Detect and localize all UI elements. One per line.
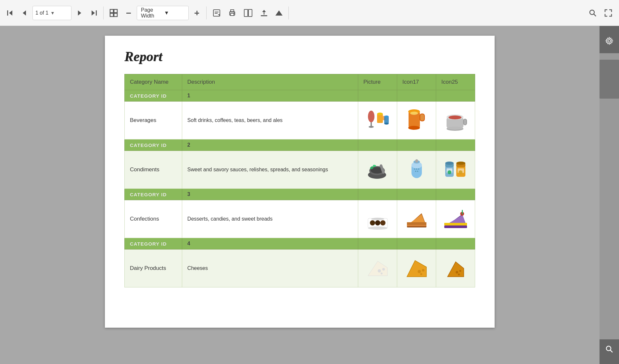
table-header-row: Category Name Description Picture Icon17… [125,74,475,90]
category-id-label-2: CATEGORY ID [125,140,182,151]
col-header-description: Description [182,74,358,90]
report-table: Category Name Description Picture Icon17… [124,74,475,287]
svg-point-36 [384,115,389,117]
svg-rect-7 [114,9,117,13]
confections-picture-icon [365,205,391,231]
fit-page-button[interactable] [107,6,120,20]
main-area: Report Category Name Description Picture… [0,26,619,364]
svg-rect-4 [96,10,97,16]
cat-pic-condiments [358,151,397,189]
cat-icon17-beverages [397,102,436,140]
zoom-selector[interactable]: Page Width ▼ [137,6,189,20]
scrollbar-thumb[interactable] [600,60,619,99]
svg-point-80 [371,218,384,220]
cat-icon17-condiments [397,151,436,189]
category-id-pic-1 [358,90,397,102]
svg-rect-30 [371,122,372,126]
svg-point-63 [415,171,416,172]
beverages-icon25 [443,107,469,133]
svg-rect-32 [377,114,383,123]
svg-point-79 [368,226,387,230]
svg-point-98 [381,273,383,274]
next-page-button[interactable] [73,7,86,19]
svg-point-74 [459,170,462,174]
svg-line-28 [594,14,596,16]
svg-point-107 [459,270,461,272]
svg-point-40 [408,126,420,130]
cat-pic-beverages [358,102,397,140]
category-id-label-1: CATEGORY ID [125,90,182,102]
svg-point-33 [377,113,383,115]
cat-desc-confections: Desserts, candies, and sweet breads [182,200,358,238]
svg-point-108 [458,273,460,275]
cat-icon25-beverages [436,102,475,140]
print-layout-button[interactable] [241,6,255,20]
more-button[interactable] [273,7,285,19]
page-display: 1 of 1 [35,10,48,16]
sidebar-search-button[interactable] [600,339,619,359]
col-header-icon25: Icon25 [436,74,475,90]
separator-1 [103,6,104,19]
cat-name-dairy: Dairy Products [125,249,182,287]
first-page-button[interactable] [4,7,16,19]
svg-rect-25 [261,15,267,16]
zoom-label: Page Width [141,7,161,19]
category-id-icon25-3 [436,189,475,200]
category-id-value-4: 4 [182,238,358,249]
category-id-pic-2 [358,140,397,151]
svg-point-42 [410,112,418,115]
category-id-row-1: CATEGORY ID 1 [125,90,475,102]
category-id-value-1: 1 [182,90,358,102]
category-id-value-2: 2 [182,140,358,151]
table-row-confections: Confections Desserts, candies, and sweet… [125,200,475,238]
cat-name-beverages: Beverages [125,102,182,140]
category-id-icon25-1 [436,90,475,102]
svg-rect-8 [110,13,113,17]
svg-marker-99 [407,261,426,277]
category-id-label-3: CATEGORY ID [125,189,182,200]
zoom-in-button[interactable] [191,7,203,19]
svg-point-27 [590,10,594,15]
condiments-icon25 [443,156,469,182]
svg-point-70 [456,162,465,165]
cat-icon17-dairy [397,249,436,287]
prev-page-button[interactable] [18,7,31,19]
table-row-dairy: Dairy Products Cheeses [125,249,475,287]
last-page-button[interactable] [88,7,100,19]
svg-point-96 [378,269,381,273]
svg-point-76 [370,220,375,225]
fullscreen-button[interactable] [601,6,615,20]
edit-button[interactable] [210,6,223,20]
svg-rect-35 [384,116,389,124]
scrollbar-area[interactable] [600,53,619,339]
svg-point-77 [375,220,380,225]
svg-rect-93 [462,210,463,214]
right-sidebar [600,26,619,364]
svg-point-109 [608,40,611,42]
zoom-out-button[interactable] [122,7,135,19]
page-selector[interactable]: 1 of 1 ▼ [32,6,71,20]
condiments-picture-icon [365,156,391,182]
category-id-icon17-2 [397,140,436,151]
svg-rect-41 [420,114,424,121]
document-viewer[interactable]: Report Category Name Description Picture… [0,26,600,364]
svg-point-62 [418,168,419,170]
svg-marker-2 [23,10,26,16]
svg-point-103 [420,273,422,275]
table-row-condiments: Condiments Sweet and savory sauces, reli… [125,151,475,189]
document-page: Report Category Name Description Picture… [105,36,495,328]
search-button[interactable] [586,6,600,20]
svg-point-61 [416,168,417,170]
svg-point-48 [447,127,463,130]
print-button[interactable] [225,6,239,20]
dairy-icon17 [404,255,430,281]
confections-icon17 [404,205,430,231]
svg-marker-16 [218,14,220,16]
svg-point-67 [445,162,454,165]
export-button[interactable] [257,6,271,20]
svg-rect-12 [196,11,197,15]
sidebar-gear-button[interactable] [600,31,619,51]
svg-point-29 [368,111,374,122]
cat-icon17-confections [397,200,436,238]
category-id-label-4: CATEGORY ID [125,238,182,249]
